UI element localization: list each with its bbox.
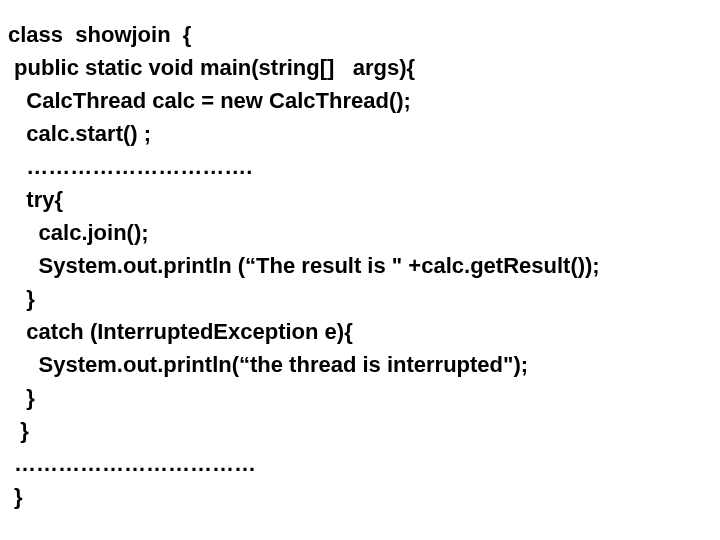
- code-line: catch (InterruptedException e){: [8, 315, 712, 348]
- code-line: ……………………………: [8, 447, 712, 480]
- code-line: }: [8, 480, 712, 513]
- code-line: calc.start() ;: [8, 117, 712, 150]
- code-line: try{: [8, 183, 712, 216]
- code-line: System.out.println (“The result is " +ca…: [8, 249, 712, 282]
- code-line: public static void main(string[] args){: [8, 51, 712, 84]
- code-line: }: [8, 282, 712, 315]
- code-line: }: [8, 381, 712, 414]
- code-line: calc.join();: [8, 216, 712, 249]
- code-line: CalcThread calc = new CalcThread();: [8, 84, 712, 117]
- code-line: class showjoin {: [8, 18, 712, 51]
- code-line: }: [8, 414, 712, 447]
- code-block: class showjoin { public static void main…: [8, 18, 712, 513]
- code-line: ………………………….: [8, 150, 712, 183]
- code-line: System.out.println(“the thread is interr…: [8, 348, 712, 381]
